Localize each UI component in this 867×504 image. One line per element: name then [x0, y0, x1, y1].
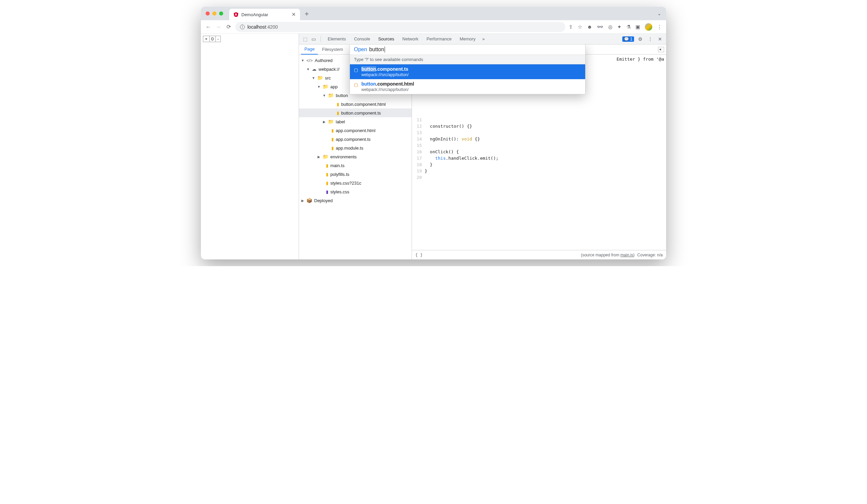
- device-toolbar-icon[interactable]: ▭: [310, 36, 317, 42]
- file-icon: ▮: [331, 137, 334, 142]
- folder-icon: 📁: [323, 154, 328, 160]
- devtools-menu-icon[interactable]: ⋮: [646, 36, 654, 42]
- devtools-panel: ⬚ ▭ Elements Console Sources Network Per…: [299, 34, 666, 260]
- browser-toolbar: ← → ⟳ i localhost:4200 ⇪ ☆ ☻ 👓 ◎ ✦ ⚗ ▣ ⋮: [201, 20, 666, 34]
- tab-dropdown-icon[interactable]: ⌄: [657, 11, 661, 16]
- tree-styles-q[interactable]: ▮styles.css?231c: [299, 178, 411, 187]
- extension-icon-2[interactable]: 👓: [597, 24, 603, 30]
- browser-tab[interactable]: DemoAngular ✕: [229, 9, 300, 20]
- share-icon[interactable]: ⇪: [569, 24, 573, 30]
- folder-icon: 📁: [317, 75, 323, 80]
- new-tab-button[interactable]: ＋: [303, 9, 310, 18]
- folder-icon: 📁: [328, 119, 334, 124]
- window-controls: [206, 11, 223, 15]
- code-icon: </>: [307, 58, 313, 63]
- source-mapped-label: (source mapped from main.js): [581, 253, 634, 258]
- folder-icon: 📁: [328, 92, 334, 98]
- package-icon: 📦: [307, 198, 312, 203]
- extension-icon-3[interactable]: ◎: [608, 24, 612, 30]
- reload-button[interactable]: ⟳: [225, 24, 232, 30]
- quick-open-results: ▢ button.component.ts webpack:///src/app…: [350, 64, 585, 94]
- file-icon: ▮: [326, 163, 328, 168]
- counter-value: 0: [210, 36, 216, 42]
- file-icon: ▮: [331, 145, 334, 151]
- quick-open-result[interactable]: ▢ button.component.ts webpack:///src/app…: [350, 64, 585, 79]
- tree-app-module[interactable]: ▮app.module.ts: [299, 143, 411, 152]
- issues-badge[interactable]: 💬 1: [622, 36, 634, 42]
- separator: [321, 36, 321, 42]
- toggle-debugger-pane-icon[interactable]: [658, 47, 664, 52]
- close-devtools-icon[interactable]: ✕: [657, 36, 663, 42]
- source-map-link[interactable]: main.js: [621, 253, 633, 258]
- toolbar-actions: ⇪ ☆ ☻ 👓 ◎ ✦ ⚗ ▣ ⋮: [569, 23, 662, 31]
- tab-performance[interactable]: Performance: [423, 34, 455, 44]
- tree-app-ts[interactable]: ▮app.component.ts: [299, 135, 411, 143]
- angular-icon: [233, 12, 239, 17]
- close-tab-icon[interactable]: ✕: [292, 11, 296, 18]
- file-icon: ▮: [331, 128, 334, 133]
- web-page-content: + 0 -: [201, 34, 299, 260]
- cloud-icon: ☁: [312, 66, 317, 72]
- pretty-print-button[interactable]: { }: [415, 253, 423, 258]
- tab-title: DemoAngular: [242, 12, 289, 17]
- quick-open-label: Open: [354, 46, 367, 53]
- url-host: localhost:4200: [247, 24, 278, 30]
- tab-network[interactable]: Network: [399, 34, 422, 44]
- tree-button-ts[interactable]: ▮button.component.ts: [299, 109, 411, 117]
- coverage-label: Coverage: n/a: [638, 253, 663, 258]
- tab-console[interactable]: Console: [351, 34, 374, 44]
- increment-button[interactable]: +: [203, 36, 210, 42]
- quick-open-input[interactable]: Open button: [350, 44, 585, 55]
- tree-button-html[interactable]: ▮button.component.html: [299, 100, 411, 109]
- file-icon: ▮: [326, 189, 328, 194]
- editor-statusbar: { } (source mapped from main.js) Coverag…: [412, 250, 666, 260]
- file-icon: ▮: [337, 102, 339, 107]
- tab-memory[interactable]: Memory: [457, 34, 479, 44]
- file-icon: ▮: [326, 180, 328, 186]
- tree-main-ts[interactable]: ▮main.ts: [299, 161, 411, 170]
- file-icon: ▮: [326, 172, 328, 177]
- quick-open-hint: Type '?' to see available commands: [350, 55, 585, 64]
- folder-icon: 📁: [323, 84, 328, 89]
- inspect-element-icon[interactable]: ⬚: [302, 36, 309, 42]
- tab-elements[interactable]: Elements: [324, 34, 349, 44]
- more-tabs-icon[interactable]: »: [480, 36, 487, 42]
- devtools-tabstrip: ⬚ ▭ Elements Console Sources Network Per…: [299, 34, 666, 44]
- sidepanel-icon[interactable]: ▣: [635, 24, 640, 30]
- quick-open-dialog: Open button Type '?' to see available co…: [350, 44, 586, 94]
- tab-sources[interactable]: Sources: [375, 34, 398, 44]
- site-info-icon[interactable]: i: [240, 25, 245, 29]
- code-lines: constructor() {} ngOnInit(): void {} onC…: [425, 115, 501, 250]
- tree-styles[interactable]: ▮styles.css: [299, 187, 411, 196]
- maximize-window-button[interactable]: [219, 11, 223, 15]
- navigator-tab-filesystem[interactable]: Filesystem: [319, 44, 346, 54]
- quick-open-result[interactable]: ▢ button.component.html webpack:///src/a…: [350, 79, 585, 94]
- labs-icon[interactable]: ⚗: [626, 24, 631, 30]
- line-gutter: 11121314151617181920: [412, 115, 425, 250]
- file-icon: ▮: [337, 110, 339, 116]
- quick-open-query: button: [369, 46, 385, 53]
- tree-deployed[interactable]: ▶📦Deployed: [299, 196, 411, 205]
- navigator-tab-page[interactable]: Page: [301, 44, 318, 55]
- partial-top-line: Emitter } from '@a: [617, 57, 664, 62]
- decrement-button[interactable]: -: [216, 36, 221, 42]
- forward-button[interactable]: →: [215, 24, 222, 30]
- bookmark-icon[interactable]: ☆: [578, 24, 582, 30]
- extension-icon-1[interactable]: ☻: [587, 24, 592, 30]
- extensions-puzzle-icon[interactable]: ✦: [617, 24, 622, 30]
- profile-avatar[interactable]: [645, 23, 652, 31]
- file-icon: ▢: [354, 82, 358, 87]
- tree-label-folder[interactable]: ▶📁label: [299, 117, 411, 126]
- counter-widget: + 0 -: [203, 36, 221, 42]
- tree-app-html[interactable]: ▮app.component.html: [299, 126, 411, 135]
- settings-gear-icon[interactable]: ⚙: [637, 36, 644, 42]
- minimize-window-button[interactable]: [212, 11, 216, 15]
- browser-menu-icon[interactable]: ⋮: [657, 24, 662, 30]
- close-window-button[interactable]: [206, 11, 210, 15]
- tree-environments[interactable]: ▶📁environments: [299, 152, 411, 161]
- back-button[interactable]: ←: [205, 24, 212, 30]
- address-bar[interactable]: i localhost:4200: [235, 22, 565, 32]
- window-titlebar: DemoAngular ✕ ＋ ⌄: [201, 7, 666, 20]
- file-icon: ▢: [354, 67, 358, 73]
- tree-polyfills[interactable]: ▮polyfills.ts: [299, 170, 411, 178]
